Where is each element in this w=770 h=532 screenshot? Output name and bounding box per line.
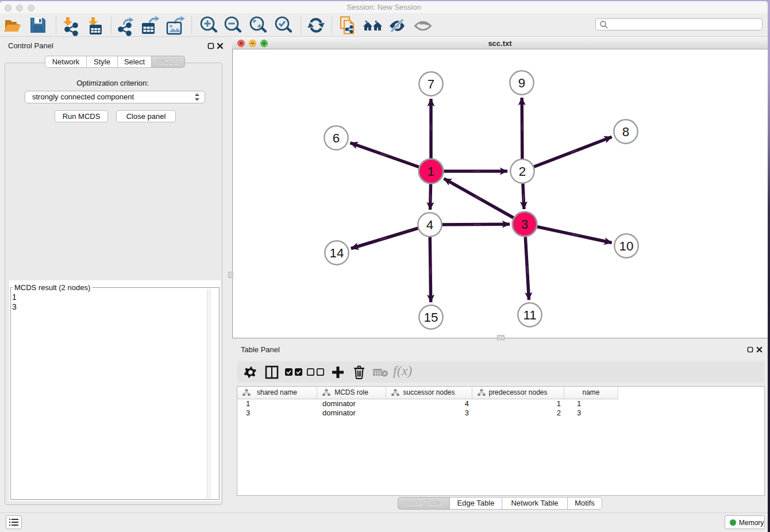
svg-text:10: 10 bbox=[619, 239, 634, 253]
svg-text:7: 7 bbox=[428, 77, 434, 91]
svg-text:2: 2 bbox=[519, 164, 526, 179]
svg-text:8: 8 bbox=[622, 125, 629, 139]
svg-text:3: 3 bbox=[521, 217, 528, 232]
svg-text:15: 15 bbox=[424, 310, 438, 325]
svg-text:11: 11 bbox=[523, 308, 536, 322]
svg-text:4: 4 bbox=[426, 218, 433, 232]
svg-text:14: 14 bbox=[330, 246, 344, 260]
svg-text:9: 9 bbox=[518, 76, 525, 90]
svg-text:6: 6 bbox=[333, 131, 340, 145]
svg-text:1: 1 bbox=[428, 164, 434, 179]
